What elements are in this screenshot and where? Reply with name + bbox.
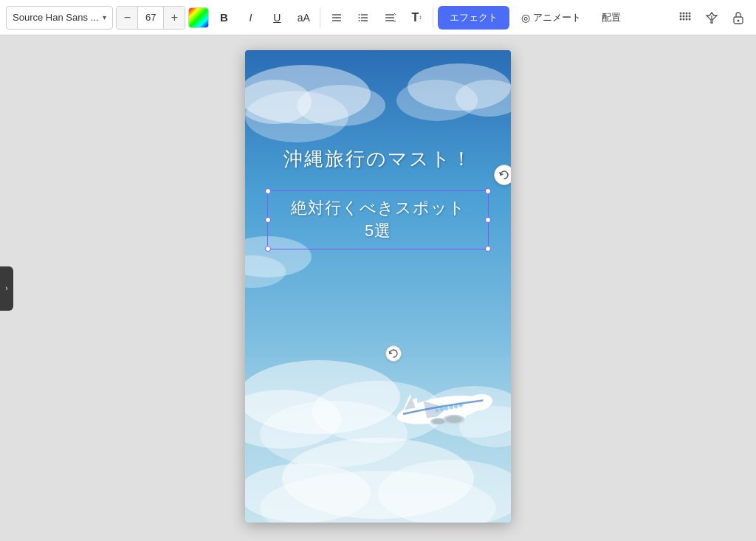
svg-point-12 [680, 12, 682, 14]
dots-button[interactable] [673, 6, 697, 30]
line-spacing-button[interactable] [378, 6, 402, 30]
list-icon [357, 12, 369, 24]
font-size-control: − + [116, 6, 185, 30]
svg-point-60 [440, 407, 444, 412]
text-style-button[interactable]: T↕ [405, 6, 428, 30]
handle-top-right[interactable] [485, 188, 491, 194]
svg-point-59 [444, 407, 449, 411]
chevron-down-icon: ▾ [103, 13, 106, 21]
align-icon [331, 12, 343, 24]
color-swatch-button[interactable] [188, 7, 209, 28]
svg-point-53 [446, 416, 462, 423]
toolbar: Source Han Sans ... ▾ − + B I U aA [0, 0, 756, 35]
svg-point-33 [396, 80, 478, 121]
left-panel-toggle[interactable]: › [0, 266, 13, 311]
dots-icon [679, 12, 691, 24]
font-selector[interactable]: Source Han Sans ... ▾ [6, 6, 113, 30]
effect-button[interactable]: エフェクト [438, 6, 509, 30]
lock-button[interactable] [726, 6, 750, 30]
increase-size-button[interactable]: + [164, 6, 185, 30]
pin-button[interactable] [700, 6, 724, 30]
canvas-area: › [0, 35, 756, 541]
svg-point-6 [359, 14, 360, 15]
animate-label: アニメート [533, 11, 581, 24]
airplane-svg [382, 364, 492, 445]
svg-point-22 [686, 18, 688, 20]
svg-point-23 [689, 18, 691, 20]
text-case-button[interactable]: aA [292, 6, 315, 30]
line-spacing-icon [384, 12, 396, 24]
font-name-label: Source Han Sans ... [13, 12, 98, 23]
svg-point-61 [435, 409, 439, 413]
svg-point-14 [686, 12, 688, 14]
decrease-size-button[interactable]: − [117, 6, 137, 30]
rotate-icon [499, 170, 509, 180]
svg-point-19 [689, 15, 691, 17]
svg-point-7 [359, 17, 360, 18]
bold-button[interactable]: B [212, 6, 236, 30]
handle-middle-left[interactable] [265, 217, 271, 223]
handle-middle-right[interactable] [485, 217, 491, 223]
svg-point-55 [433, 418, 445, 424]
layout-button[interactable]: 配置 [593, 6, 630, 30]
svg-point-13 [683, 12, 685, 14]
handle-top-left[interactable] [265, 188, 271, 194]
refresh-icon-airplane[interactable] [385, 345, 402, 362]
svg-point-8 [359, 20, 360, 21]
design-card[interactable]: 沖縄旅行のマスト！ 絶対行くべきスポット 5選 [245, 50, 511, 523]
handle-bottom-left[interactable] [265, 246, 271, 252]
font-size-input[interactable] [137, 6, 164, 30]
divider-1 [320, 7, 320, 28]
left-panel-arrow-icon: › [5, 284, 7, 292]
list-button[interactable] [351, 6, 375, 30]
italic-button[interactable]: I [238, 6, 262, 30]
svg-point-16 [680, 15, 682, 17]
svg-point-17 [683, 15, 685, 17]
airplane-container[interactable] [378, 360, 496, 449]
refresh-icon [389, 349, 398, 358]
subtitle-line1: 絶対行くべきスポット [291, 199, 466, 217]
svg-point-18 [686, 15, 688, 17]
subtitle-text: 絶対行くべきスポット 5選 [277, 197, 479, 243]
divider-2 [433, 7, 433, 28]
svg-point-21 [683, 18, 685, 20]
svg-point-20 [680, 18, 682, 20]
svg-point-30 [245, 91, 348, 142]
lock-icon [732, 11, 744, 24]
animate-button[interactable]: ◎ アニメート [512, 6, 590, 30]
underline-button[interactable]: U [265, 6, 289, 30]
pin-icon [705, 11, 718, 24]
clouds-svg [245, 50, 511, 523]
svg-point-15 [689, 12, 691, 14]
rotate-button-canvas[interactable] [494, 165, 511, 185]
svg-point-26 [738, 19, 740, 21]
subtitle-line2: 5選 [365, 221, 391, 240]
handle-bottom-right[interactable] [485, 246, 491, 252]
color-swatch-preview [189, 8, 208, 27]
align-button[interactable] [325, 6, 348, 30]
title-text[interactable]: 沖縄旅行のマスト！ [245, 146, 511, 172]
selected-text-box[interactable]: 絶対行くべきスポット 5選 [267, 190, 489, 249]
